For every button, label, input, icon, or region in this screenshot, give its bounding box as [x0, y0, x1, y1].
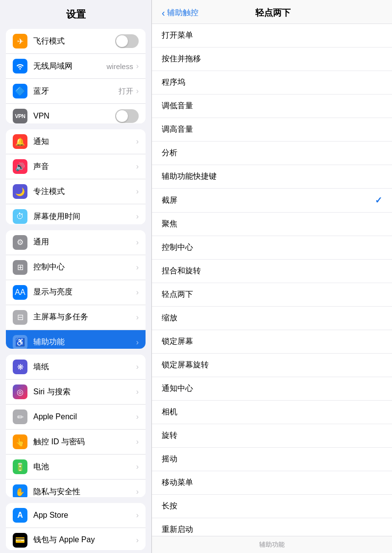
siri-icon: ◎ [13, 385, 27, 399]
display-icon: AA [13, 285, 27, 300]
right-item-label-double-tap: 轻点两下 [162, 289, 382, 300]
right-list-item-focus[interactable]: 聚焦 [152, 213, 392, 236]
right-list-item-restart[interactable]: 重新启动 [152, 518, 392, 536]
right-list-item-lock-rotation[interactable]: 锁定屏幕旋转 [152, 354, 392, 377]
sidebar-label-touchid: 触控 ID 与密码 [33, 437, 136, 447]
right-list-item-long-press[interactable]: 长按 [152, 495, 392, 518]
sidebar-label-bluetooth: 蓝牙 [33, 86, 119, 96]
sidebar-label-focus: 专注模式 [33, 187, 136, 197]
right-list-item-lower-volume[interactable]: 调低音量 [152, 95, 392, 118]
sidebar-item-siri[interactable]: ◎ Siri 与搜索 › [6, 380, 146, 405]
sidebar-title: 设置 [0, 0, 151, 26]
battery-icon: 🔋 [13, 459, 27, 474]
vpn-icon: VPN [13, 109, 27, 123]
sidebar-item-homescreen[interactable]: ⊟ 主屏幕与多任务 › [6, 305, 146, 330]
sidebar-item-airplane[interactable]: ✈ 飞行模式 [6, 29, 146, 54]
sidebar-group-notifications: 🔔 通知 › 🔊 声音 › 🌙 专注模式 › ⏱ 屏幕使用时间 › [6, 129, 146, 224]
wallet-icon: 💳 [13, 533, 27, 548]
right-item-label-press-drag: 按住并拖移 [162, 54, 382, 64]
focus-icon: 🌙 [13, 184, 27, 199]
sidebar-label-airplane: 飞行模式 [33, 36, 115, 47]
right-list-item-screenshot[interactable]: 截屏✓ [152, 189, 392, 213]
right-list-item-zoom[interactable]: 缩放 [152, 307, 392, 330]
right-list-item-lock-screen[interactable]: 锁定屏幕 [152, 330, 392, 354]
sidebar-label-appstore: App Store [33, 511, 136, 520]
right-item-label-camera: 相机 [162, 407, 382, 417]
sidebar-item-bluetooth[interactable]: 🔷 蓝牙 打开 › [6, 79, 146, 104]
right-list-item-rotate[interactable]: 旋转 [152, 424, 392, 448]
sidebar-label-general: 通用 [33, 237, 136, 247]
sidebar-label-applepencil: Apple Pencil [33, 412, 136, 421]
sidebar-item-notification[interactable]: 🔔 通知 › [6, 129, 146, 154]
back-button[interactable]: ‹ 辅助触控 [162, 8, 198, 18]
sidebar-item-battery[interactable]: 🔋 电池 › [6, 455, 146, 480]
sidebar-item-general[interactable]: ⚙ 通用 › [6, 230, 146, 255]
accessibility-icon: ♿ [13, 335, 27, 349]
sidebar-item-vpn[interactable]: VPN VPN [6, 104, 146, 123]
right-list-item-program[interactable]: 程序坞 [152, 71, 392, 95]
right-list-item-shortcut[interactable]: 辅助功能快捷键 [152, 165, 392, 189]
sidebar-item-accessibility[interactable]: ♿ 辅助功能 › [6, 330, 146, 349]
sidebar-label-vpn: VPN [33, 112, 115, 120]
right-item-label-shake: 摇动 [162, 454, 382, 464]
vpn-toggle[interactable] [115, 109, 139, 123]
sidebar-label-battery: 电池 [33, 462, 136, 472]
notification-icon: 🔔 [13, 134, 27, 149]
right-item-label-pinch-rotate: 捏合和旋转 [162, 266, 382, 276]
right-item-label-notification-center: 通知中心 [162, 384, 382, 394]
right-item-label-lock-rotation: 锁定屏幕旋转 [162, 360, 382, 370]
right-item-label-analytics: 分析 [162, 148, 382, 158]
sidebar-item-screentime[interactable]: ⏱ 屏幕使用时间 › [6, 204, 146, 224]
sidebar-label-controlcenter: 控制中心 [33, 262, 136, 272]
sidebar-label-privacy: 隐私与安全性 [33, 487, 136, 497]
bluetooth-value: 打开 [119, 87, 133, 96]
sidebar-item-display[interactable]: AA 显示与亮度 › [6, 280, 146, 305]
right-list-item-raise-volume[interactable]: 调高音量 [152, 118, 392, 142]
sidebar-item-focus[interactable]: 🌙 专注模式 › [6, 179, 146, 204]
right-list-item-double-tap[interactable]: 轻点两下 [152, 283, 392, 307]
sidebar-item-applepencil[interactable]: ✏ Apple Pencil › [6, 405, 146, 430]
general-icon: ⚙ [13, 235, 27, 250]
right-list-item-pinch-rotate[interactable]: 捏合和旋转 [152, 260, 392, 283]
right-item-label-control-center: 控制中心 [162, 242, 382, 253]
right-item-label-restart: 重新启动 [162, 525, 382, 535]
right-item-label-lower-volume: 调低音量 [162, 101, 382, 111]
right-list-item-notification-center[interactable]: 通知中心 [152, 377, 392, 401]
sidebar-group-system: ⚙ 通用 › ⊞ 控制中心 › AA 显示与亮度 › ⊟ 主屏幕与多任务 › ♿ [6, 230, 146, 349]
sidebar-item-privacy[interactable]: ✋ 隐私与安全性 › [6, 480, 146, 497]
right-list-item-shake[interactable]: 摇动 [152, 448, 392, 471]
sound-icon: 🔊 [13, 159, 27, 174]
airplane-icon: ✈ [13, 34, 27, 48]
sidebar-item-sound[interactable]: 🔊 声音 › [6, 154, 146, 179]
right-list-item-open-menu[interactable]: 打开菜单 [152, 24, 392, 48]
controlcenter-icon: ⊞ [13, 260, 27, 275]
right-list-item-control-center[interactable]: 控制中心 [152, 236, 392, 260]
sidebar-item-appstore[interactable]: A App Store › [6, 503, 146, 528]
bluetooth-chevron: › [136, 87, 139, 96]
sidebar-item-wifi[interactable]: 无线局域网 wireless › [6, 54, 146, 79]
sidebar-item-wallet[interactable]: 💳 钱包与 Apple Pay › [6, 528, 146, 550]
right-list-item-analytics[interactable]: 分析 [152, 142, 392, 165]
applepencil-icon: ✏ [13, 409, 27, 424]
sidebar-item-controlcenter[interactable]: ⊞ 控制中心 › [6, 255, 146, 280]
right-list-item-camera[interactable]: 相机 [152, 401, 392, 424]
right-item-label-lock-screen: 锁定屏幕 [162, 337, 382, 347]
touchid-icon: 👆 [13, 434, 27, 449]
sidebar-item-wallpaper[interactable]: ❋ 墙纸 › [6, 355, 146, 380]
sidebar-item-touchid[interactable]: 👆 触控 ID 与密码 › [6, 430, 146, 455]
right-item-label-shortcut: 辅助功能快捷键 [162, 171, 382, 182]
screentime-icon: ⏱ [13, 209, 27, 224]
homescreen-icon: ⊟ [13, 310, 27, 325]
sidebar-label-notification: 通知 [33, 137, 136, 147]
appstore-icon: A [13, 508, 27, 523]
wifi-chevron: › [136, 62, 139, 71]
wallpaper-icon: ❋ [13, 360, 27, 374]
right-panel: ‹ 辅助触控 轻点两下 打开菜单按住并拖移程序坞调低音量调高音量分析辅助功能快捷… [152, 0, 392, 553]
right-item-label-move-menu: 移动菜单 [162, 478, 382, 488]
right-footer: 辅助功能 [152, 536, 392, 553]
right-list-item-move-menu[interactable]: 移动菜单 [152, 471, 392, 495]
airplane-toggle[interactable] [115, 34, 139, 48]
wifi-value: wireless [106, 62, 133, 71]
right-list-item-press-drag[interactable]: 按住并拖移 [152, 48, 392, 71]
sidebar-label-accessibility: 辅助功能 [33, 337, 136, 347]
